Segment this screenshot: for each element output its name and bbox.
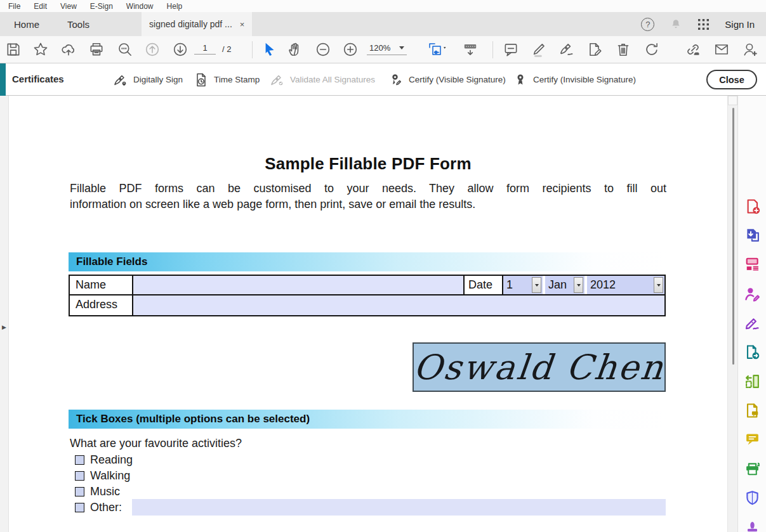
tab-tools[interactable]: Tools — [53, 12, 103, 36]
address-input[interactable] — [133, 295, 664, 315]
checkbox-walking-label: Walking — [90, 469, 130, 483]
date-label: Date — [463, 276, 503, 294]
page-fit-icon[interactable] — [426, 41, 448, 58]
table-row: Address — [70, 295, 664, 315]
stamp-icon[interactable] — [744, 519, 760, 532]
digitally-sign-icon — [113, 72, 128, 88]
header-controls: ? Sign In — [641, 12, 755, 36]
signature-field[interactable]: Oswald Chen — [413, 342, 666, 392]
menu-esign[interactable]: E-Sign — [90, 2, 113, 11]
page-number-input[interactable]: 1 — [194, 43, 216, 55]
checkbox-reading[interactable] — [75, 455, 84, 465]
save-icon[interactable] — [5, 41, 22, 58]
zoom-out-icon[interactable] — [315, 41, 331, 58]
main-toolbar: 1 / 2 120% — [0, 36, 766, 63]
help-icon[interactable]: ? — [641, 18, 654, 31]
protect-shield-icon[interactable] — [744, 490, 760, 506]
menu-bar: File Edit View E-Sign Window Help — [0, 0, 766, 12]
sign-pen-icon[interactable] — [558, 41, 575, 58]
zoom-level-control[interactable]: 120% — [367, 43, 407, 55]
zoom-level-value: 120% — [369, 43, 390, 53]
menu-file[interactable]: File — [8, 2, 20, 11]
date-month-select[interactable]: Jan — [545, 276, 584, 294]
other-input[interactable] — [132, 499, 666, 516]
cloud-upload-icon[interactable] — [60, 41, 77, 58]
export-pdf-icon[interactable] — [744, 227, 760, 243]
tab-home[interactable]: Home — [0, 12, 53, 36]
select-tool-icon[interactable] — [261, 41, 277, 58]
scan-and-ocr-icon[interactable] — [744, 461, 760, 477]
list-item: Walking — [75, 468, 130, 483]
page-scrolling-icon[interactable] — [462, 41, 479, 58]
comment-icon[interactable] — [503, 41, 519, 58]
notifications-bell-icon[interactable] — [670, 18, 682, 30]
expand-panel-icon[interactable]: ▶ — [2, 324, 6, 330]
app-grid-icon[interactable] — [697, 18, 710, 30]
validate-signatures-icon — [270, 72, 285, 88]
document-title: Sample Fillable PDF Form — [9, 154, 727, 174]
zoom-in-icon[interactable] — [342, 41, 359, 58]
chevron-down-icon[interactable] — [574, 277, 583, 293]
email-icon[interactable] — [713, 41, 730, 58]
fill-and-sign-purple-icon[interactable] — [744, 315, 760, 331]
menu-window[interactable]: Window — [126, 2, 154, 11]
print-icon[interactable] — [88, 41, 105, 58]
signature-text: Oswald Chen — [413, 347, 666, 387]
comment-icon[interactable] — [744, 431, 760, 447]
pdf-page: Sample Fillable PDF Form Fillable PDF fo… — [9, 96, 727, 532]
share-link-icon[interactable] — [685, 41, 701, 58]
tab-document-label: signed digitally pdf ... — [149, 19, 232, 29]
send-for-review-icon[interactable] — [744, 344, 760, 360]
acrobat-window: File Edit View E-Sign Window Help Home T… — [0, 0, 766, 532]
star-favorite-icon[interactable] — [32, 41, 49, 58]
list-item: Other: — [75, 500, 122, 515]
left-panel-strip — [0, 96, 9, 532]
tick-boxes-header: Tick Boxes (multiple options can be sele… — [69, 410, 666, 429]
request-comments-icon[interactable] — [744, 403, 760, 418]
request-signatures-person-icon[interactable] — [742, 41, 758, 58]
checkbox-walking[interactable] — [75, 471, 84, 481]
menu-view[interactable]: View — [60, 2, 77, 11]
highlighter-icon[interactable] — [531, 41, 548, 58]
organize-pages-icon[interactable] — [744, 373, 760, 389]
menu-edit[interactable]: Edit — [34, 2, 47, 11]
delete-trash-icon[interactable] — [615, 41, 631, 58]
close-tab-icon[interactable]: × — [240, 20, 245, 29]
close-button[interactable]: Close — [706, 70, 757, 89]
digitally-sign-button[interactable]: Digitally Sign — [113, 70, 183, 89]
previous-page-icon[interactable] — [144, 41, 161, 58]
table-row: Name Date 1 Jan 2012 — [70, 276, 664, 295]
rotate-icon[interactable] — [644, 41, 660, 58]
chevron-down-icon[interactable] — [532, 277, 541, 293]
validate-all-signatures-label: Validate All Signatures — [290, 75, 375, 84]
vertical-scrollbar[interactable] — [727, 96, 737, 532]
certify-invisible-button[interactable]: Certify (Invisible Signature) — [513, 70, 636, 89]
request-e-signatures-icon[interactable] — [744, 286, 760, 302]
checkbox-other[interactable] — [75, 503, 84, 512]
search-icon[interactable] — [117, 41, 133, 58]
validate-all-signatures-button[interactable]: Validate All Signatures — [270, 70, 375, 89]
fillable-fields-header: Fillable Fields — [69, 252, 666, 271]
chevron-down-icon[interactable] — [654, 277, 663, 293]
edit-pdf-icon[interactable] — [744, 256, 760, 272]
tools-sidebar — [737, 96, 766, 532]
scrollbar-thumb[interactable] — [732, 108, 734, 365]
menu-help[interactable]: Help — [167, 2, 183, 11]
certificates-toolbar: Certificates Digitally Sign Time Stamp V… — [0, 63, 766, 96]
certify-visible-button[interactable]: Certify (Visible Signature) — [388, 70, 506, 89]
tab-document[interactable]: signed digitally pdf ... × — [142, 12, 252, 36]
sign-in-button[interactable]: Sign In — [725, 19, 755, 30]
date-day-select[interactable]: 1 — [503, 276, 543, 294]
date-year-select[interactable]: 2012 — [587, 276, 664, 294]
list-item: Music — [75, 484, 120, 499]
hand-tool-icon[interactable] — [287, 41, 304, 58]
checkbox-music[interactable] — [75, 487, 84, 496]
fillable-fields-table: Name Date 1 Jan 2012 Addre — [69, 275, 666, 316]
create-pdf-icon[interactable] — [744, 198, 760, 214]
scroll-up-button[interactable] — [728, 96, 737, 105]
next-page-icon[interactable] — [172, 41, 188, 58]
time-stamp-button[interactable]: Time Stamp — [194, 70, 260, 89]
name-input[interactable] — [133, 276, 463, 294]
fill-and-sign-icon[interactable] — [586, 41, 603, 58]
date-year-value: 2012 — [587, 276, 616, 294]
